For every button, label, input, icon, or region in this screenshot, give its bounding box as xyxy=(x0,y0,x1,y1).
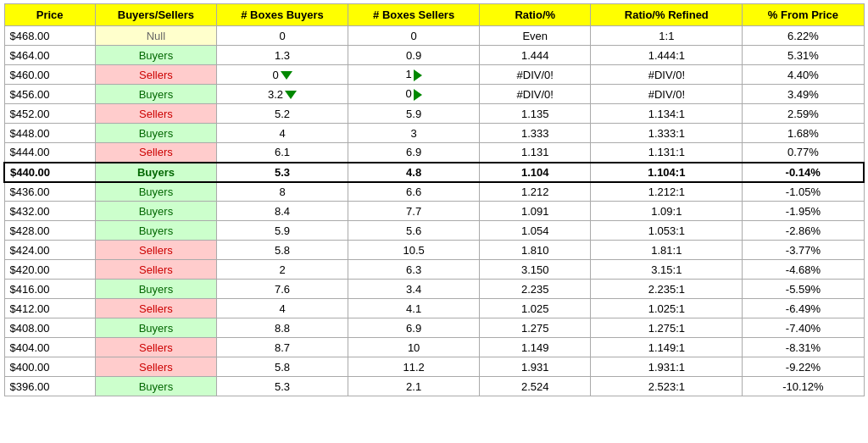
ratio-cell: 1.931 xyxy=(480,357,591,377)
ratio-refined-cell: 1.931:1 xyxy=(591,357,743,377)
side-cell: Sellers xyxy=(95,299,216,318)
boxes-buyers-cell: 8.4 xyxy=(217,202,348,221)
boxes-buyers-cell: 5.3 xyxy=(217,377,348,396)
ratio-cell: #DIV/0! xyxy=(480,65,591,85)
boxes-sellers-cell: 7.7 xyxy=(348,202,480,221)
ratio-cell: 3.150 xyxy=(480,260,591,280)
side-cell: Buyers xyxy=(95,46,216,65)
header-boxes-sellers: # Boxes Sellers xyxy=(348,4,480,26)
boxes-buyers-cell: 5.2 xyxy=(217,104,348,124)
ratio-cell: 1.149 xyxy=(480,338,591,357)
boxes-buyers-cell: 5.9 xyxy=(217,221,348,241)
ratio-refined-cell: 2.235:1 xyxy=(591,280,743,299)
boxes-sellers-cell: 10.5 xyxy=(348,241,480,260)
price-cell: $424.00 xyxy=(4,241,95,260)
header-ratio-refined: Ratio/% Refined xyxy=(591,4,743,26)
ratio-cell: 1.333 xyxy=(480,124,591,143)
from-price-cell: -1.05% xyxy=(743,182,864,202)
table-row: $444.00Sellers6.16.91.1311.131:10.77% xyxy=(4,143,864,163)
ratio-refined-cell: 1.444:1 xyxy=(591,46,743,65)
ratio-refined-cell: 2.523:1 xyxy=(591,377,743,396)
side-cell: Buyers xyxy=(95,318,216,338)
price-cell: $432.00 xyxy=(4,202,95,221)
boxes-sellers-cell: 2.1 xyxy=(348,377,480,396)
from-price-cell: 0.77% xyxy=(743,143,864,163)
data-table: Price Buyers/Sellers # Boxes Buyers # Bo… xyxy=(3,3,865,396)
from-price-cell: -4.68% xyxy=(743,260,864,280)
header-boxes-buyers: # Boxes Buyers xyxy=(217,4,348,26)
boxes-sellers-cell: 5.9 xyxy=(348,104,480,124)
table-row: $432.00Buyers8.47.71.0911.09:1-1.95% xyxy=(4,202,864,221)
from-price-cell: -6.49% xyxy=(743,299,864,318)
header-row: Price Buyers/Sellers # Boxes Buyers # Bo… xyxy=(4,4,864,26)
header-from-price: % From Price xyxy=(743,4,864,26)
ratio-refined-cell: 1.149:1 xyxy=(591,338,743,357)
boxes-buyers-cell: 8.7 xyxy=(217,338,348,357)
header-ratio: Ratio/% xyxy=(480,4,591,26)
ratio-refined-cell: 1.275:1 xyxy=(591,318,743,338)
table-row: $396.00Buyers5.32.12.5242.523:1-10.12% xyxy=(4,377,864,396)
side-cell: Sellers xyxy=(95,357,216,377)
ratio-refined-cell: 1.81:1 xyxy=(591,241,743,260)
ratio-cell: 1.091 xyxy=(480,202,591,221)
ratio-cell: 2.235 xyxy=(480,280,591,299)
from-price-cell: 1.68% xyxy=(743,124,864,143)
header-price: Price xyxy=(4,4,95,26)
boxes-buyers-cell: 5.8 xyxy=(217,357,348,377)
table-row: $464.00Buyers1.30.91.4441.444:15.31% xyxy=(4,46,864,65)
table-row: $452.00Sellers5.25.91.1351.134:12.59% xyxy=(4,104,864,124)
boxes-sellers-cell: 1 xyxy=(348,65,480,85)
side-cell: Sellers xyxy=(95,260,216,280)
ratio-refined-cell: #DIV/0! xyxy=(591,85,743,104)
ratio-refined-cell: 1.333:1 xyxy=(591,124,743,143)
side-cell: Sellers xyxy=(95,241,216,260)
ratio-cell: #DIV/0! xyxy=(480,85,591,104)
boxes-sellers-cell: 6.3 xyxy=(348,260,480,280)
ratio-cell: 1.135 xyxy=(480,104,591,124)
side-cell: Buyers xyxy=(95,221,216,241)
price-cell: $468.00 xyxy=(4,26,95,46)
boxes-buyers-cell: 5.3 xyxy=(217,163,348,182)
header-buyers-sellers: Buyers/Sellers xyxy=(95,4,216,26)
price-cell: $464.00 xyxy=(4,46,95,65)
boxes-buyers-cell: 6.1 xyxy=(217,143,348,163)
table-row: $412.00Sellers44.11.0251.025:1-6.49% xyxy=(4,299,864,318)
price-cell: $416.00 xyxy=(4,280,95,299)
ratio-refined-cell: 1:1 xyxy=(591,26,743,46)
side-cell: Sellers xyxy=(95,65,216,85)
from-price-cell: 2.59% xyxy=(743,104,864,124)
ratio-cell: 2.524 xyxy=(480,377,591,396)
side-cell: Sellers xyxy=(95,104,216,124)
table-row: $440.00Buyers5.34.81.1041.104:1-0.14% xyxy=(4,163,864,182)
boxes-sellers-cell: 10 xyxy=(348,338,480,357)
ratio-cell: 1.444 xyxy=(480,46,591,65)
table-row: $420.00Sellers26.33.1503.15:1-4.68% xyxy=(4,260,864,280)
table-row: $408.00Buyers8.86.91.2751.275:1-7.40% xyxy=(4,318,864,338)
side-cell: Sellers xyxy=(95,338,216,357)
boxes-buyers-cell: 5.8 xyxy=(217,241,348,260)
boxes-sellers-cell: 6.9 xyxy=(348,318,480,338)
from-price-cell: -1.95% xyxy=(743,202,864,221)
ratio-refined-cell: 1.025:1 xyxy=(591,299,743,318)
from-price-cell: -0.14% xyxy=(743,163,864,182)
side-cell: Buyers xyxy=(95,163,216,182)
ratio-refined-cell: 1.053:1 xyxy=(591,221,743,241)
price-cell: $412.00 xyxy=(4,299,95,318)
side-cell: Buyers xyxy=(95,182,216,202)
boxes-buyers-cell: 8 xyxy=(217,182,348,202)
from-price-cell: -8.31% xyxy=(743,338,864,357)
table-row: $436.00Buyers86.61.2121.212:1-1.05% xyxy=(4,182,864,202)
boxes-buyers-cell: 8.8 xyxy=(217,318,348,338)
boxes-sellers-cell: 4.8 xyxy=(348,163,480,182)
boxes-sellers-cell: 6.9 xyxy=(348,143,480,163)
price-cell: $460.00 xyxy=(4,65,95,85)
boxes-buyers-cell: 1.3 xyxy=(217,46,348,65)
price-cell: $400.00 xyxy=(4,357,95,377)
side-cell: Buyers xyxy=(95,85,216,104)
boxes-sellers-cell: 0 xyxy=(348,85,480,104)
boxes-sellers-cell: 6.6 xyxy=(348,182,480,202)
price-cell: $436.00 xyxy=(4,182,95,202)
ratio-refined-cell: 1.09:1 xyxy=(591,202,743,221)
arrow-down-icon xyxy=(281,71,292,80)
table-row: $456.00Buyers3.20#DIV/0!#DIV/0!3.49% xyxy=(4,85,864,104)
